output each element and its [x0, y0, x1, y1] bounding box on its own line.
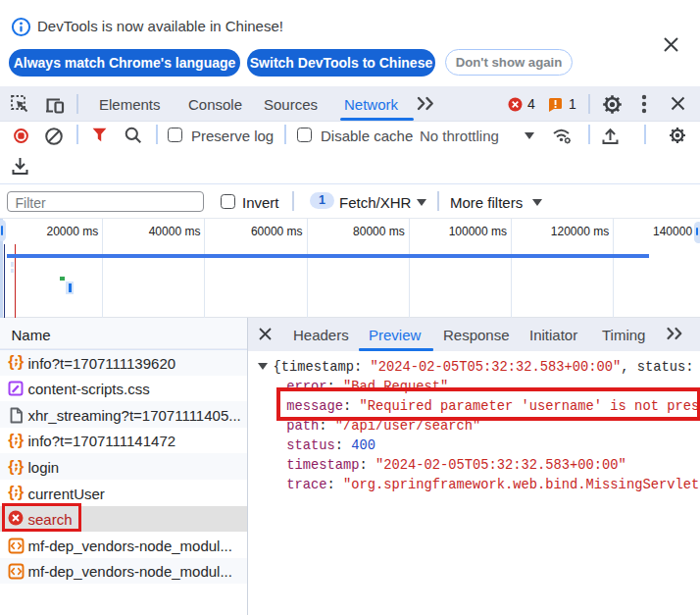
svg-text:{: { [8, 432, 14, 448]
svg-text:{: { [8, 485, 14, 501]
svg-text:}: } [18, 458, 24, 475]
svg-text:{: { [8, 354, 14, 371]
svg-text:}: } [18, 354, 24, 371]
svg-text:}: } [18, 485, 24, 501]
svg-text:}: } [18, 432, 24, 448]
svg-text:{: { [8, 458, 14, 475]
